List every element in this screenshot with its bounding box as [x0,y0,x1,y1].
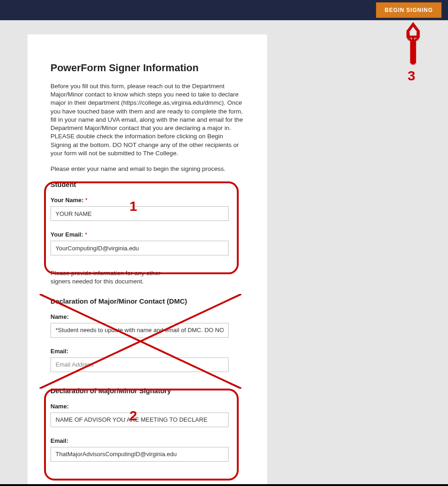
up-arrow-icon [404,22,422,65]
intro-line-2: Please enter your name and email to begi… [50,165,244,173]
student-heading: Student [50,181,244,188]
student-name-input[interactable] [50,206,229,221]
intro-paragraph: Before you fill out this form, please re… [50,82,244,158]
required-marker: * [85,231,87,238]
dmc-email-input[interactable] [50,357,229,372]
secondary-note: Please provide information for any other… [50,269,244,286]
page-title: PowerForm Signer Information [50,62,244,74]
student-email-label: Your Email: * [50,231,244,238]
secondary-note-line1: Please provide information for any other [50,270,160,277]
student-name-label-text: Your Name: [50,197,85,203]
student-name-label: Your Name: * [50,197,244,203]
signatory-heading: Declaration of Major/Minor Signatory [50,387,244,395]
required-marker: * [85,197,88,203]
form-card: PowerForm Signer Information Before you … [28,34,267,486]
dmc-heading: Declaration of Major/Minor Contact (DMC) [50,297,244,305]
signatory-name-label: Name: [50,403,244,410]
annotation-number-3: 3 [408,68,415,84]
secondary-note-line2: signers needed for this document. [50,278,144,285]
dmc-email-label: Email: [50,348,244,355]
signatory-name-input[interactable] [50,413,229,427]
signatory-email-label: Email: [50,437,244,444]
student-email-input[interactable] [50,241,229,255]
student-email-label-text: Your Email: [50,231,85,238]
begin-signing-button[interactable]: BEGIN SIGNING [376,2,442,18]
signatory-email-input[interactable] [50,447,229,462]
dmc-name-label: Name: [50,313,244,320]
dmc-name-input[interactable] [50,323,229,338]
top-bar: BEGIN SIGNING [0,0,448,20]
bottom-border [0,484,448,486]
